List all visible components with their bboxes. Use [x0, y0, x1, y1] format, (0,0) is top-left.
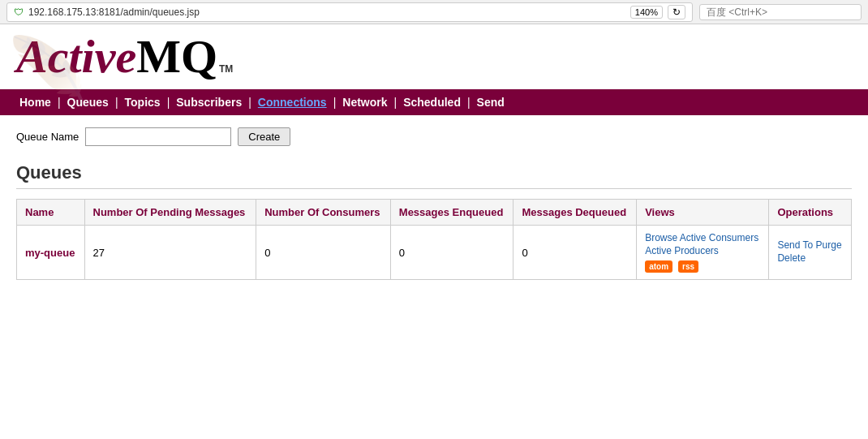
- cell-name: my-queue: [17, 226, 85, 280]
- atom-badge[interactable]: atom: [645, 260, 672, 273]
- queue-name-input[interactable]: [85, 127, 231, 146]
- nav-sep-5: |: [333, 96, 337, 109]
- active-producers-link[interactable]: Active Producers: [645, 245, 760, 256]
- nav-sep-6: |: [394, 96, 397, 109]
- queue-form: Queue Name Create: [16, 127, 852, 146]
- cell-enqueued: 0: [390, 226, 513, 280]
- col-operations: Operations: [769, 200, 852, 226]
- cell-views: Browse Active Consumers Active Producers…: [637, 226, 769, 280]
- queue-name-label: Queue Name: [16, 131, 79, 143]
- delete-link[interactable]: Delete: [777, 252, 843, 264]
- col-enqueued: Messages Enqueued: [390, 200, 513, 226]
- col-consumers: Number Of Consumers: [256, 200, 391, 226]
- nav-topics[interactable]: Topics: [122, 94, 164, 110]
- nav-sep-2: |: [115, 96, 118, 109]
- send-to-purge-link[interactable]: Send To Purge: [777, 239, 843, 251]
- url-bar[interactable]: 🛡 192.168.175.13:8181/admin/queues.jsp 1…: [6, 2, 693, 22]
- nav-sep-3: |: [167, 96, 170, 109]
- logo-mq-text: MQ: [136, 33, 217, 80]
- rss-badges: atom rss: [645, 259, 760, 273]
- nav-connections[interactable]: Connections: [255, 94, 330, 110]
- queues-table: Name Number Of Pending Messages Number O…: [16, 199, 852, 280]
- cell-dequeued: 0: [513, 226, 637, 280]
- feather-decoration: 🪶: [8, 33, 89, 110]
- nav-sep-4: |: [248, 96, 251, 109]
- cell-operations: Send To Purge Delete: [769, 226, 852, 280]
- header-area: 🪶 ActiveMQTM: [0, 24, 868, 89]
- nav-sep-7: |: [467, 96, 471, 109]
- shield-icon: 🛡: [14, 6, 24, 18]
- logo-tm: TM: [219, 64, 233, 74]
- content-area: Queue Name Create Queues Name Number Of …: [0, 115, 868, 292]
- queue-name-link[interactable]: my-queue: [25, 247, 75, 259]
- cell-consumers: 0: [256, 226, 391, 280]
- nav-scheduled[interactable]: Scheduled: [400, 94, 464, 110]
- create-button[interactable]: Create: [238, 127, 290, 146]
- logo-container: 🪶 ActiveMQTM: [16, 33, 233, 80]
- cell-pending: 27: [84, 226, 256, 280]
- table-row: my-queue 27 0 0 0 Browse Active Consumer…: [17, 226, 852, 280]
- nav-subscribers[interactable]: Subscribers: [173, 94, 245, 110]
- reload-button[interactable]: ↻: [668, 5, 685, 19]
- zoom-badge: 140%: [630, 6, 663, 19]
- col-pending: Number Of Pending Messages: [84, 200, 256, 226]
- col-dequeued: Messages Dequeued: [513, 200, 637, 226]
- search-input[interactable]: [699, 4, 862, 20]
- nav-network[interactable]: Network: [339, 94, 390, 110]
- browser-bar: 🛡 192.168.175.13:8181/admin/queues.jsp 1…: [0, 0, 868, 24]
- nav-send[interactable]: Send: [474, 94, 508, 110]
- queues-heading: Queues: [16, 162, 852, 189]
- col-views: Views: [637, 200, 769, 226]
- rss-badge[interactable]: rss: [678, 260, 698, 273]
- url-text: 192.168.175.13:8181/admin/queues.jsp: [28, 6, 625, 18]
- browse-active-consumers-link[interactable]: Browse Active Consumers: [645, 232, 760, 243]
- nav-bar: Home | Queues | Topics | Subscribers | C…: [0, 89, 868, 115]
- col-name: Name: [17, 200, 85, 226]
